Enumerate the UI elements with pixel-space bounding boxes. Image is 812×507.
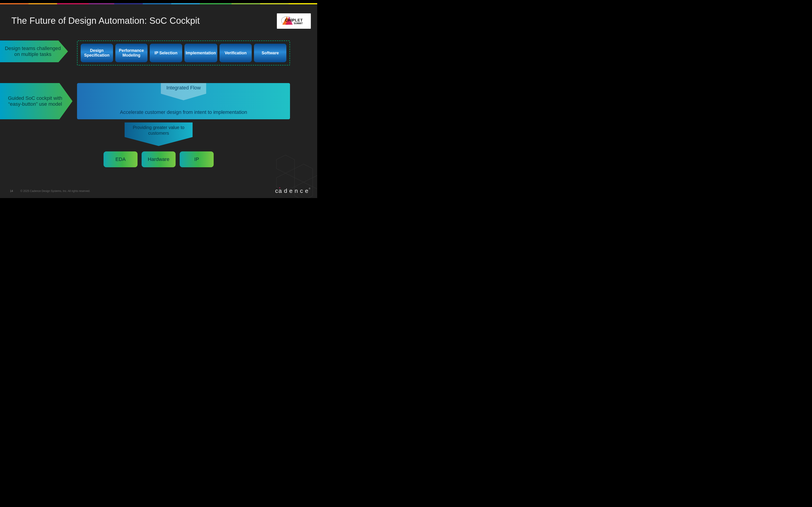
integrated-flow-tab: Integrated Flow — [161, 83, 206, 100]
panel-caption: Accelerate customer design from intent t… — [77, 109, 290, 115]
pill-label: EDA — [115, 156, 125, 162]
value-arrow-text: Providing greater value to customers — [124, 125, 193, 136]
task-label: Design Specification — [82, 48, 112, 57]
task-verification: Verification — [219, 44, 252, 62]
task-software: Software — [254, 44, 286, 62]
task-label: Software — [262, 51, 279, 55]
pill-label: Hardware — [148, 156, 169, 162]
chiplet-summit-logo: CHIPLET SUMMIT — [277, 13, 311, 29]
task-perf-modeling: Performance Modeling — [115, 44, 148, 62]
chiplet-logo-text-1: CHIPLET — [285, 18, 303, 22]
pill-ip: IP — [180, 152, 214, 167]
task-label: IP Selection — [155, 51, 177, 55]
svg-marker-2 — [295, 164, 313, 182]
page-number: 14 — [10, 189, 13, 192]
flow-tab-label: Integrated Flow — [166, 85, 201, 100]
task-label: Performance Modeling — [117, 48, 146, 57]
value-arrow: Providing greater value to customers — [124, 122, 193, 146]
callout-guided-cockpit: Guided SoC cockpit with “easy-button” us… — [0, 83, 72, 119]
integrated-flow-panel: Integrated Flow Accelerate customer desi… — [77, 83, 290, 119]
callout-text: Guided SoC cockpit with “easy-button” us… — [2, 95, 68, 107]
callout-design-teams: Design teams challenged on multiple task… — [0, 41, 68, 62]
slide-title: The Future of Design Automation: SoC Coc… — [11, 16, 200, 26]
task-design-spec: Design Specification — [81, 44, 113, 62]
pill-eda: EDA — [104, 152, 138, 167]
task-implementation: Implementation — [185, 44, 217, 62]
pill-row: EDA Hardware IP — [104, 152, 214, 167]
pill-hardware: Hardware — [142, 152, 175, 167]
callout-text: Design teams challenged on multiple task… — [2, 46, 63, 57]
copyright: © 2025 Cadence Design Systems, Inc. All … — [20, 189, 90, 192]
pill-label: IP — [194, 156, 199, 162]
task-ip-selection: IP Selection — [150, 44, 182, 62]
task-label: Verification — [225, 51, 247, 55]
slide-body: The Future of Design Automation: SoC Coc… — [0, 4, 317, 198]
task-label: Implementation — [186, 51, 216, 55]
svg-marker-5 — [313, 173, 317, 191]
cadence-logo: ca• d e n c e® — [275, 187, 311, 194]
task-group: Design Specification Performance Modelin… — [77, 41, 290, 65]
svg-marker-1 — [276, 155, 295, 173]
chiplet-logo-text-2: SUMMIT — [294, 22, 303, 25]
